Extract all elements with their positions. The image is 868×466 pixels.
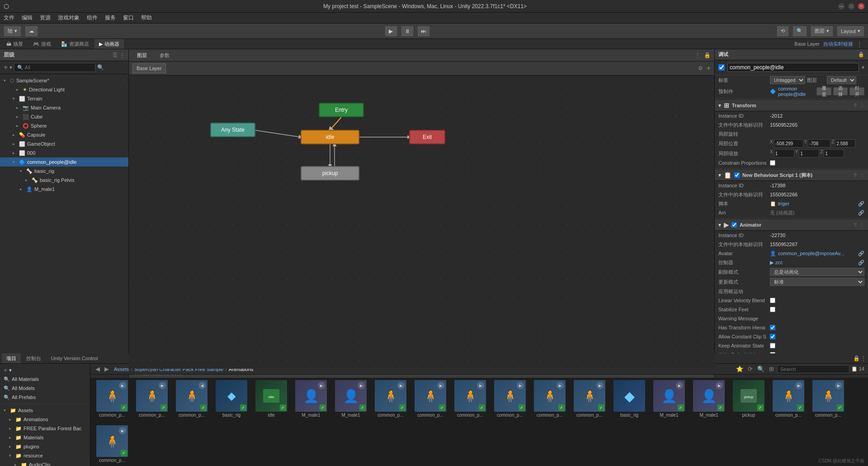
asset-mmale1-2[interactable]: 👤 ▶ ✓ M_male1 [333, 378, 369, 420]
project-add-btn[interactable]: + ▾ [0, 366, 90, 375]
prefab-override-btn[interactable]: 覆盖 [816, 87, 831, 95]
folder-free-parallax[interactable]: ▸ 📁 FREE Parallax Forest Bac [0, 424, 90, 433]
hierarchy-item-basic-rig[interactable]: ▾ 🦴 basic_rig [0, 166, 128, 176]
linear-blend-checkbox[interactable] [770, 298, 775, 303]
history-button[interactable]: ⟲ [777, 26, 789, 37]
breadcrumb-assets[interactable]: Assets [114, 366, 129, 372]
hierarchy-dropdown-icon[interactable]: ▾ [9, 64, 12, 71]
add-layer-icon[interactable]: + [707, 64, 711, 72]
obj-static-icon[interactable]: ▾ [862, 64, 864, 71]
new-behaviour-header[interactable]: ▾ 📋 New Behaviour Script 1 (脚本) ? ⋮ [715, 170, 868, 181]
tag-dropdown[interactable]: Untagged [770, 76, 805, 84]
has-transform-checkbox[interactable] [770, 325, 775, 330]
tab-layers[interactable]: 图层 [132, 50, 151, 60]
asset-common-p-2[interactable]: 🧍 ▶ ✓ common_p... [134, 378, 170, 420]
menu-file[interactable]: 文件 [4, 14, 14, 22]
step-button[interactable]: ⏭ [417, 26, 430, 37]
hierarchy-item-basic-rig-pelvis[interactable]: ▸ 🦴 basic_rig Pelvis [0, 176, 128, 185]
tab-console[interactable]: 控制台 [22, 353, 46, 363]
asset-common-p-8[interactable]: 🧍 ▶ ✓ common_p... [373, 378, 409, 420]
asset-common-p-13[interactable]: 🧍 ▶ ✓ common_p... [571, 378, 608, 420]
hierarchy-sort-icon[interactable]: ☰ [113, 52, 118, 58]
constrain-checkbox[interactable] [770, 160, 775, 166]
hierarchy-item-dirlight[interactable]: ▸ ☀ Directional Light [0, 85, 128, 94]
hierarchy-item-000[interactable]: ▸ ⬜ 000 [0, 148, 128, 157]
more-icon[interactable]: ⋮ [695, 52, 700, 58]
asset-refresh-btn[interactable]: ⟳ [746, 366, 754, 372]
base-layer-badge[interactable]: Base Layer [132, 63, 166, 73]
cull-mode-dropdown[interactable]: 总是动画化 [770, 268, 864, 276]
folder-assets[interactable]: ▾ 📁 Assets [0, 406, 90, 415]
asset-basic-rig-1[interactable]: ◆ ✓ basic_rig [213, 378, 250, 420]
asset-common-p-9[interactable]: 🧍 ▶ ✓ common_p... [412, 378, 448, 420]
folder-animations[interactable]: ▸ 📁 Animations [0, 415, 90, 424]
hierarchy-more-icon[interactable]: ⋮ [119, 52, 125, 58]
animator-more-icon[interactable]: ⋮ [859, 222, 864, 228]
state-entry[interactable]: Entry [319, 103, 364, 117]
favorites-btn[interactable]: ⭐ [735, 366, 745, 372]
state-idle[interactable]: idle [301, 130, 359, 144]
asset-idle[interactable]: idle ✓ idle [253, 378, 289, 420]
animator-help-icon[interactable]: ? [854, 222, 857, 228]
scene-options-icon[interactable]: ⋮ [122, 78, 127, 84]
update-mode-dropdown[interactable]: 标准 [770, 278, 864, 286]
project-all-models[interactable]: 🔍 All Models [0, 384, 90, 393]
menu-edit[interactable]: 编辑 [22, 14, 33, 22]
asset-common-p-1[interactable]: 🧍 ▶ ✓ common_p... [94, 378, 130, 420]
pos-z-input[interactable] [835, 139, 855, 147]
close-button[interactable]: ✕ [858, 3, 864, 10]
hierarchy-item-common-people[interactable]: ▾ 🔷 common_people@idle [0, 157, 128, 166]
asset-common-p-10[interactable]: 🧍 ▶ ✓ common_p... [452, 378, 488, 420]
hierarchy-item-gameobject[interactable]: ▸ ⬜ GameObject [0, 139, 128, 148]
animator-component-header[interactable]: ▾ ▶ Animator ? ⋮ [715, 219, 868, 231]
folder-materials[interactable]: ▸ 📁 Materials [0, 433, 90, 442]
asset-basic-rig-2[interactable]: ◆ basic_rig [611, 378, 647, 420]
hierarchy-item-terrain[interactable]: ▾ ⬜ Terrain [0, 94, 128, 103]
menu-component[interactable]: 组件 [87, 14, 98, 22]
animator-enable-checkbox[interactable] [731, 222, 737, 228]
cloud-button[interactable]: ☁ [25, 26, 38, 37]
asset-pickup[interactable]: pickup ✓ pickup [731, 378, 767, 420]
tab-scene[interactable]: 🏔 场景 [2, 39, 28, 49]
lock-icon[interactable]: 🔒 [704, 52, 711, 58]
inspector-lock-icon[interactable]: 🔒 [858, 52, 864, 57]
tab-project[interactable]: 项目 [2, 353, 21, 363]
avatar-link-icon[interactable]: 🔗 [858, 251, 864, 257]
menu-window[interactable]: 窗口 [123, 14, 134, 22]
asset-search-btn[interactable]: 🔍 [756, 366, 766, 372]
asset-common-p-11[interactable]: 🧍 ▶ ✓ common_p... [492, 378, 528, 420]
layout-dropdown[interactable]: Layout ▾ [837, 26, 864, 37]
pos-x-input[interactable] [774, 139, 803, 147]
animator-canvas[interactable]: Entry Any State idle Exit pickup [129, 76, 714, 369]
hierarchy-item-capsule[interactable]: ▸ 💊 Capsule [0, 130, 128, 139]
menu-gameobject[interactable]: 游戏对象 [58, 14, 80, 22]
scale-z-input[interactable] [824, 149, 844, 157]
menu-assets[interactable]: 资源 [40, 14, 51, 22]
behaviour-more-icon[interactable]: ⋮ [859, 172, 864, 178]
project-all-materials[interactable]: 🔍 All Materials [0, 375, 90, 384]
asset-mmale1-r2-2[interactable]: 👤 ▶ ✓ M_male1 [691, 378, 727, 420]
obj-name-input[interactable] [727, 63, 859, 72]
maximize-button[interactable]: □ [848, 3, 854, 10]
state-pickup[interactable]: pickup [301, 166, 359, 181]
asset-search-input[interactable] [777, 365, 849, 373]
am-link-icon[interactable]: 🔗 [858, 210, 864, 216]
script-link-icon[interactable]: 🔗 [858, 201, 864, 207]
settings-icon[interactable]: ⚙ [698, 65, 703, 71]
add-hierarchy-icon[interactable]: + [4, 63, 8, 71]
tab-game[interactable]: 🎮 游戏 [28, 39, 56, 49]
auto-live-link-btn[interactable]: 自动实时链接 [823, 41, 853, 48]
scene-root-item[interactable]: ▾ ⬡ SampleScene* ⋮ [0, 76, 128, 85]
asset-common-p-3[interactable]: 🧍 ◀ ✓ common_p... [174, 378, 210, 420]
hierarchy-item-maincam[interactable]: ▸ 📷 Main Camera [0, 103, 128, 112]
prefab-select-btn[interactable]: 选择 [833, 87, 848, 95]
pos-y-input[interactable] [808, 139, 830, 147]
layers-dropdown[interactable]: 图层 ▾ [811, 26, 833, 37]
bottom-lock-icon[interactable]: 🔒 [853, 355, 860, 361]
tab-params[interactable]: 参数 [155, 50, 174, 60]
allow-constant-checkbox[interactable] [770, 334, 775, 339]
transform-help-icon[interactable]: ? [854, 103, 857, 108]
menu-services[interactable]: 服务 [105, 14, 116, 22]
stabilize-checkbox[interactable] [770, 307, 775, 312]
prefab-open-btn[interactable]: 打开 [849, 87, 864, 95]
